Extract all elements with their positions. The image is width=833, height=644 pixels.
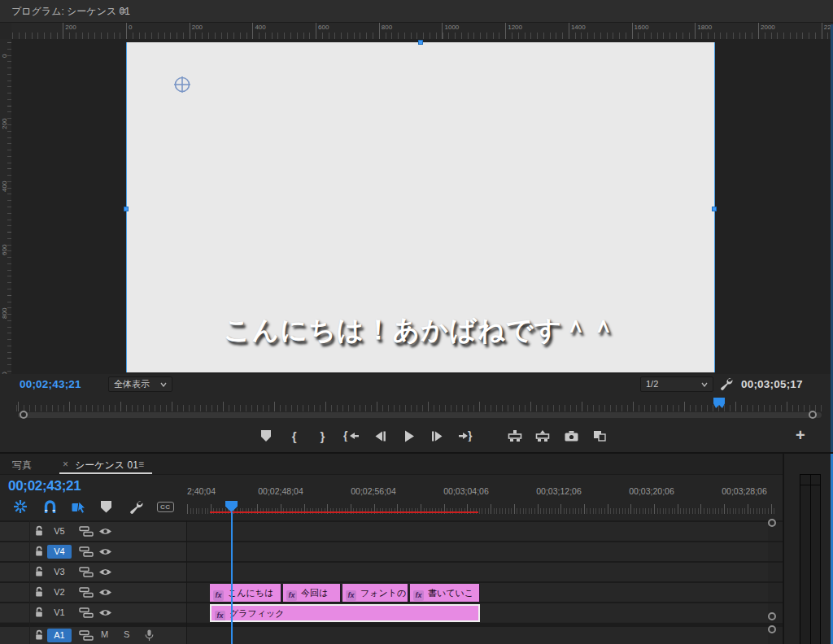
- track-header-v4: V4: [0, 542, 186, 561]
- track-target-v1[interactable]: V1: [47, 606, 72, 620]
- svg-text:{: {: [343, 430, 348, 442]
- fx-badge[interactable]: fx: [413, 590, 424, 601]
- scrollbar-left-knob[interactable]: [20, 411, 28, 419]
- ruler-label: 200: [65, 24, 76, 31]
- monitor-scrollbar[interactable]: [18, 411, 822, 419]
- step-back-button[interactable]: [373, 427, 388, 445]
- track-lock-icon[interactable]: [34, 629, 44, 641]
- track-output-eye-icon[interactable]: [98, 588, 112, 597]
- track-content-a1[interactable]: [187, 627, 768, 644]
- track-target-v2[interactable]: V2: [47, 585, 72, 599]
- track-target-v5[interactable]: V5: [47, 524, 72, 538]
- track-content-v5[interactable]: [187, 522, 768, 541]
- voiceover-mic-icon[interactable]: [145, 629, 154, 642]
- playback-resolution-dropdown[interactable]: 1/2: [640, 376, 713, 392]
- program-monitor-title: プログラム: シーケンス 01: [11, 0, 130, 23]
- track-target-v4[interactable]: V4: [47, 545, 72, 559]
- track-target-v3[interactable]: V3: [47, 565, 72, 579]
- track-output-eye-icon[interactable]: [98, 568, 112, 577]
- mute-button[interactable]: M: [101, 629, 108, 639]
- track-output-eye-icon[interactable]: [98, 547, 112, 556]
- ruler-label: 800: [1, 307, 8, 318]
- track-header-v3: V3: [0, 563, 186, 581]
- timeline-scroll-knob-mid[interactable]: [768, 612, 776, 620]
- go-to-in-button[interactable]: {: [343, 427, 360, 445]
- timeline-scroll-knob-top[interactable]: [768, 519, 776, 527]
- add-marker-button[interactable]: [259, 427, 273, 445]
- sync-lock-icon[interactable]: [79, 567, 94, 577]
- tab-menu-icon[interactable]: ≡: [138, 459, 144, 470]
- ruler-label: 1400: [571, 24, 586, 31]
- track-lock-icon[interactable]: [34, 525, 44, 537]
- render-bar-red: [210, 511, 478, 513]
- track-lock-icon[interactable]: [34, 607, 44, 618]
- header-column-border: [186, 520, 187, 644]
- track-lock-icon[interactable]: [34, 566, 44, 577]
- track-header-v2: V2: [0, 583, 186, 602]
- button-editor-plus[interactable]: +: [796, 426, 805, 445]
- fx-badge[interactable]: fx: [213, 590, 224, 601]
- timeline-ruler-label: 00;03;12;06: [536, 486, 581, 496]
- track-target-a1[interactable]: A1: [47, 629, 72, 642]
- track-header-v1: V1: [0, 603, 186, 622]
- audio-meters-panel: [784, 454, 830, 644]
- sync-lock-icon[interactable]: [79, 546, 94, 557]
- current-timecode[interactable]: 00;02;43;21: [20, 378, 81, 390]
- title-overlay-text: こんにちは！あかばねです＾＾: [127, 312, 714, 349]
- tab-sequence-01[interactable]: シーケンス 01: [75, 459, 138, 472]
- fx-badge[interactable]: fx: [346, 590, 356, 601]
- audio-meter-bars: [800, 474, 821, 644]
- ruler-label: 0: [1, 54, 8, 58]
- sync-lock-icon[interactable]: [79, 526, 94, 537]
- tab-close-icon[interactable]: ×: [63, 459, 68, 470]
- ruler-label: 1600: [635, 24, 649, 31]
- step-forward-button[interactable]: [430, 427, 444, 445]
- scrollbar-track[interactable]: [18, 412, 822, 418]
- clip-こんにちは[interactable]: fxこんにちは: [210, 584, 281, 602]
- anchor-point-icon[interactable]: [172, 74, 193, 95]
- track-lock-icon[interactable]: [34, 546, 44, 557]
- play-button[interactable]: [402, 427, 416, 445]
- tab-photo[interactable]: 写真: [12, 459, 32, 472]
- go-to-out-button[interactable]: }: [458, 427, 474, 445]
- track-lock-icon[interactable]: [34, 586, 44, 598]
- fx-badge[interactable]: fx: [286, 590, 297, 601]
- sync-lock-icon[interactable]: [79, 607, 94, 618]
- insert-nest-toggle-icon[interactable]: [13, 498, 28, 516]
- solo-button[interactable]: S: [124, 629, 129, 639]
- settings-wrench-icon[interactable]: [719, 376, 733, 390]
- selection-handle-left[interactable]: [124, 207, 129, 211]
- program-monitor-controls: 00;02;43;21 全体表示 1/2 00;03;05;17: [0, 374, 833, 397]
- ruler-label: 400: [255, 24, 265, 31]
- sync-lock-icon[interactable]: [79, 587, 94, 598]
- lift-button[interactable]: [508, 427, 522, 445]
- track-output-eye-icon[interactable]: [98, 527, 112, 536]
- track-content-v4[interactable]: [187, 542, 768, 561]
- timeline-scroll-knob-bottom[interactable]: [768, 625, 776, 633]
- scrollbar-right-knob[interactable]: [809, 411, 817, 419]
- clip-今回は[interactable]: fx今回は: [283, 584, 341, 602]
- mark-in-button[interactable]: {: [287, 427, 302, 445]
- export-frame-button[interactable]: [564, 427, 578, 445]
- panel-menu-icon[interactable]: ≡: [120, 0, 127, 23]
- snap-toggle-icon[interactable]: [43, 498, 57, 516]
- clip-フォントの[interactable]: fxフォントの: [342, 584, 408, 602]
- clip-書いていこ[interactable]: fx書いていこ: [410, 584, 480, 602]
- linked-selection-icon[interactable]: [72, 498, 87, 516]
- selection-handle-top[interactable]: [418, 40, 423, 45]
- comparison-view-button[interactable]: [592, 427, 607, 445]
- sync-lock-icon[interactable]: [79, 630, 94, 641]
- track-output-eye-icon[interactable]: [98, 608, 112, 617]
- fx-badge[interactable]: fx: [215, 611, 225, 621]
- captions-icon[interactable]: CC: [157, 498, 174, 516]
- timeline-settings-wrench-icon[interactable]: [129, 498, 143, 516]
- clip-グラフィック[interactable]: fxグラフィック: [210, 604, 480, 622]
- extract-button[interactable]: [535, 427, 550, 445]
- ruler-label: 600: [318, 24, 329, 31]
- mark-out-button[interactable]: }: [315, 427, 329, 445]
- timeline-timecode[interactable]: 00;02;43;21: [8, 478, 81, 494]
- zoom-level-dropdown[interactable]: 全体表示: [108, 376, 172, 392]
- track-content-v3[interactable]: [187, 563, 768, 581]
- add-marker-icon[interactable]: [101, 498, 111, 516]
- selection-handle-right[interactable]: [712, 207, 717, 211]
